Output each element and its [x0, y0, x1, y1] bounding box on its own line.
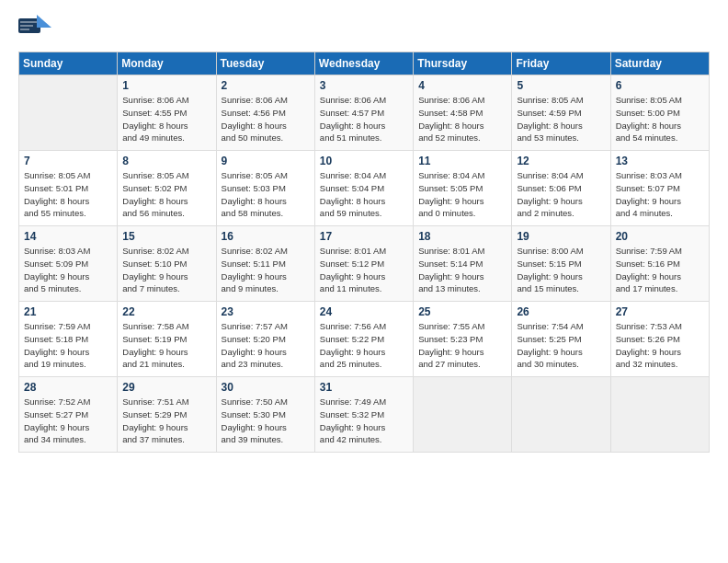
- day-header-saturday: Saturday: [610, 52, 709, 75]
- day-info: Sunrise: 8:01 AMSunset: 5:14 PMDaylight:…: [418, 245, 506, 295]
- day-info: Sunrise: 8:05 AMSunset: 5:02 PMDaylight:…: [122, 169, 210, 220]
- svg-rect-3: [20, 25, 33, 27]
- calendar-cell: 18Sunrise: 8:01 AMSunset: 5:14 PMDayligh…: [414, 226, 512, 302]
- day-info: Sunrise: 8:05 AMSunset: 4:59 PMDaylight:…: [517, 94, 605, 144]
- day-number: 4: [418, 79, 506, 92]
- calendar-cell: 3Sunrise: 8:06 AMSunset: 4:57 PMDaylight…: [314, 75, 413, 151]
- day-info: Sunrise: 8:01 AMSunset: 5:12 PMDaylight:…: [320, 245, 408, 295]
- day-number: 27: [616, 305, 704, 318]
- day-info: Sunrise: 7:51 AMSunset: 5:29 PMDaylight:…: [122, 396, 210, 446]
- calendar-cell: 20Sunrise: 7:59 AMSunset: 5:16 PMDayligh…: [610, 226, 709, 302]
- calendar-cell: [610, 377, 709, 453]
- calendar-cell: 2Sunrise: 8:06 AMSunset: 4:56 PMDaylight…: [216, 75, 314, 151]
- calendar-cell: 14Sunrise: 8:03 AMSunset: 5:09 PMDayligh…: [19, 226, 118, 302]
- day-info: Sunrise: 8:05 AMSunset: 5:03 PMDaylight:…: [222, 169, 310, 220]
- day-info: Sunrise: 7:52 AMSunset: 5:27 PMDaylight:…: [24, 396, 112, 446]
- calendar-cell: 12Sunrise: 8:04 AMSunset: 5:06 PMDayligh…: [512, 151, 610, 226]
- day-header-thursday: Thursday: [414, 52, 512, 75]
- day-info: Sunrise: 8:04 AMSunset: 5:04 PMDaylight:…: [320, 169, 408, 220]
- calendar-cell: 19Sunrise: 8:00 AMSunset: 5:15 PMDayligh…: [512, 226, 610, 302]
- day-info: Sunrise: 7:54 AMSunset: 5:25 PMDaylight:…: [517, 320, 605, 371]
- day-info: Sunrise: 8:06 AMSunset: 4:55 PMDaylight:…: [122, 94, 210, 144]
- day-number: 19: [517, 230, 605, 243]
- day-info: Sunrise: 8:04 AMSunset: 5:05 PMDaylight:…: [418, 169, 506, 220]
- day-info: Sunrise: 8:00 AMSunset: 5:15 PMDaylight:…: [517, 245, 605, 295]
- day-header-tuesday: Tuesday: [216, 52, 314, 75]
- day-info: Sunrise: 8:06 AMSunset: 4:57 PMDaylight:…: [320, 94, 408, 144]
- day-info: Sunrise: 7:56 AMSunset: 5:22 PMDaylight:…: [320, 320, 408, 371]
- calendar-cell: 5Sunrise: 8:05 AMSunset: 4:59 PMDaylight…: [512, 75, 610, 151]
- day-number: 26: [517, 305, 605, 318]
- calendar-cell: 17Sunrise: 8:01 AMSunset: 5:12 PMDayligh…: [314, 226, 413, 302]
- calendar-cell: 21Sunrise: 7:59 AMSunset: 5:18 PMDayligh…: [19, 302, 118, 377]
- calendar-cell: 13Sunrise: 8:03 AMSunset: 5:07 PMDayligh…: [610, 151, 709, 226]
- calendar-cell: 26Sunrise: 7:54 AMSunset: 5:25 PMDayligh…: [512, 302, 610, 377]
- day-info: Sunrise: 8:06 AMSunset: 4:58 PMDaylight:…: [418, 94, 506, 144]
- calendar-cell: 24Sunrise: 7:56 AMSunset: 5:22 PMDayligh…: [314, 302, 413, 377]
- day-info: Sunrise: 7:50 AMSunset: 5:30 PMDaylight:…: [222, 396, 310, 446]
- day-header-sunday: Sunday: [19, 52, 118, 75]
- calendar-cell: 7Sunrise: 8:05 AMSunset: 5:01 PMDaylight…: [19, 151, 118, 226]
- day-info: Sunrise: 7:57 AMSunset: 5:20 PMDaylight:…: [222, 320, 310, 371]
- day-number: 7: [24, 155, 112, 167]
- day-number: 20: [616, 230, 704, 243]
- calendar-cell: 29Sunrise: 7:51 AMSunset: 5:29 PMDayligh…: [118, 377, 216, 453]
- calendar-cell: 4Sunrise: 8:06 AMSunset: 4:58 PMDaylight…: [414, 75, 512, 151]
- calendar-cell: 25Sunrise: 7:55 AMSunset: 5:23 PMDayligh…: [414, 302, 512, 377]
- calendar-cell: 22Sunrise: 7:58 AMSunset: 5:19 PMDayligh…: [118, 302, 216, 377]
- day-number: 13: [616, 155, 704, 167]
- calendar-cell: 30Sunrise: 7:50 AMSunset: 5:30 PMDayligh…: [216, 377, 314, 453]
- calendar-header-row: SundayMondayTuesdayWednesdayThursdayFrid…: [19, 52, 710, 75]
- day-info: Sunrise: 7:59 AMSunset: 5:16 PMDaylight:…: [616, 245, 704, 295]
- calendar-cell: 31Sunrise: 7:49 AMSunset: 5:32 PMDayligh…: [314, 377, 413, 453]
- logo: [18, 15, 55, 40]
- day-info: Sunrise: 8:05 AMSunset: 5:01 PMDaylight:…: [24, 169, 112, 220]
- calendar-cell: 23Sunrise: 7:57 AMSunset: 5:20 PMDayligh…: [216, 302, 314, 377]
- day-number: 9: [222, 155, 310, 167]
- calendar-cell: 8Sunrise: 8:05 AMSunset: 5:02 PMDaylight…: [118, 151, 216, 226]
- day-number: 25: [418, 305, 506, 318]
- calendar-week-2: 7Sunrise: 8:05 AMSunset: 5:01 PMDaylight…: [19, 151, 710, 226]
- day-header-wednesday: Wednesday: [314, 52, 413, 75]
- day-number: 6: [616, 79, 704, 92]
- day-number: 12: [517, 155, 605, 167]
- calendar-cell: [512, 377, 610, 453]
- day-number: 17: [320, 230, 408, 243]
- logo-icon: [18, 15, 51, 40]
- day-info: Sunrise: 8:04 AMSunset: 5:06 PMDaylight:…: [517, 169, 605, 220]
- calendar-cell: 15Sunrise: 8:02 AMSunset: 5:10 PMDayligh…: [118, 226, 216, 302]
- calendar-table: SundayMondayTuesdayWednesdayThursdayFrid…: [18, 52, 710, 453]
- day-number: 15: [122, 230, 210, 243]
- svg-rect-4: [20, 29, 29, 30]
- day-info: Sunrise: 7:53 AMSunset: 5:26 PMDaylight:…: [616, 320, 704, 371]
- day-number: 10: [320, 155, 408, 167]
- day-number: 31: [320, 381, 408, 394]
- day-number: 24: [320, 305, 408, 318]
- day-number: 28: [24, 381, 112, 394]
- page-header: [18, 15, 710, 40]
- day-number: 5: [517, 79, 605, 92]
- day-number: 23: [222, 305, 310, 318]
- day-info: Sunrise: 8:06 AMSunset: 4:56 PMDaylight:…: [222, 94, 310, 144]
- day-info: Sunrise: 8:02 AMSunset: 5:11 PMDaylight:…: [222, 245, 310, 295]
- day-info: Sunrise: 8:05 AMSunset: 5:00 PMDaylight:…: [616, 94, 704, 144]
- day-number: 29: [122, 381, 210, 394]
- calendar-week-5: 28Sunrise: 7:52 AMSunset: 5:27 PMDayligh…: [19, 377, 710, 453]
- day-number: 22: [122, 305, 210, 318]
- day-number: 16: [222, 230, 310, 243]
- svg-rect-2: [20, 21, 37, 23]
- day-info: Sunrise: 7:59 AMSunset: 5:18 PMDaylight:…: [24, 320, 112, 371]
- calendar-cell: 10Sunrise: 8:04 AMSunset: 5:04 PMDayligh…: [314, 151, 413, 226]
- calendar-cell: 11Sunrise: 8:04 AMSunset: 5:05 PMDayligh…: [414, 151, 512, 226]
- calendar-week-4: 21Sunrise: 7:59 AMSunset: 5:18 PMDayligh…: [19, 302, 710, 377]
- calendar-cell: 16Sunrise: 8:02 AMSunset: 5:11 PMDayligh…: [216, 226, 314, 302]
- calendar-cell: 6Sunrise: 8:05 AMSunset: 5:00 PMDaylight…: [610, 75, 709, 151]
- day-number: 30: [222, 381, 310, 394]
- svg-marker-1: [37, 15, 51, 28]
- day-info: Sunrise: 8:03 AMSunset: 5:07 PMDaylight:…: [616, 169, 704, 220]
- day-number: 1: [122, 79, 210, 92]
- day-number: 3: [320, 79, 408, 92]
- calendar-week-1: 1Sunrise: 8:06 AMSunset: 4:55 PMDaylight…: [19, 75, 710, 151]
- calendar-cell: 1Sunrise: 8:06 AMSunset: 4:55 PMDaylight…: [118, 75, 216, 151]
- calendar-cell: 9Sunrise: 8:05 AMSunset: 5:03 PMDaylight…: [216, 151, 314, 226]
